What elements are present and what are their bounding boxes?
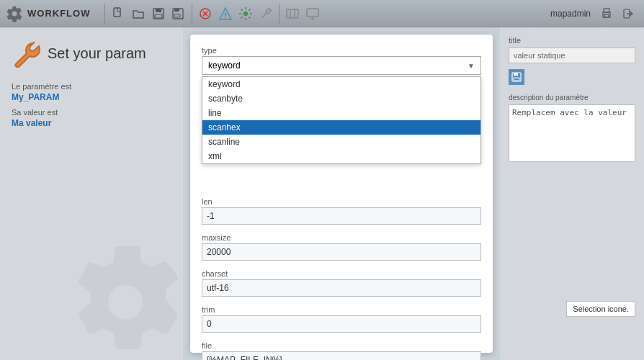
center-panel: type keyword ▼ keyword scanbyte line sca…	[190, 35, 493, 353]
open-icon	[131, 6, 146, 21]
svg-rect-22	[604, 9, 609, 12]
dropdown-option-scanline[interactable]: scanline	[202, 135, 480, 149]
type-label: type	[202, 46, 481, 55]
dropdown-option-scanbyte[interactable]: scanbyte	[202, 91, 480, 106]
param-label: Le paramètre est	[12, 82, 171, 91]
trim-label: trim	[202, 305, 481, 314]
toolbar-separator-2	[192, 4, 192, 24]
save-button[interactable]	[148, 4, 169, 24]
monitor-icon	[305, 6, 320, 21]
user-action-icons	[596, 4, 638, 24]
file-label: file	[202, 341, 481, 350]
right-panel: title description du paramètre Remplacem…	[500, 27, 644, 360]
type-dropdown-trigger[interactable]: keyword ▼	[202, 56, 481, 75]
save-icon	[151, 6, 166, 21]
svg-point-14	[243, 12, 248, 16]
main-content: Set your param Le paramètre est My_PARAM…	[0, 27, 644, 360]
tools-icon	[259, 6, 273, 21]
charset-input[interactable]	[202, 279, 481, 297]
dropdown-option-scanhex[interactable]: scanhex	[202, 120, 480, 135]
username: mapadmin	[550, 9, 591, 19]
value-label: Sa valeur est	[12, 108, 171, 117]
save-title-button[interactable]	[509, 69, 524, 85]
title-field-label: title	[509, 36, 635, 45]
maxsize-label: maxsize	[202, 233, 481, 242]
logout-icon	[622, 8, 634, 19]
validate-icon	[218, 6, 233, 21]
value-section: Sa valeur est Ma valeur	[12, 108, 171, 128]
export-icon	[285, 6, 300, 21]
left-panel: Set your param Le paramètre est My_PARAM…	[0, 27, 183, 360]
svg-text:+: +	[181, 15, 184, 21]
svg-rect-23	[604, 14, 609, 17]
len-input[interactable]	[202, 207, 481, 225]
print-icon	[601, 8, 612, 19]
svg-rect-18	[307, 9, 318, 17]
maxsize-field: maxsize	[202, 233, 481, 261]
dropdown-option-keyword[interactable]: keyword	[202, 77, 480, 91]
validate-button[interactable]	[215, 4, 236, 24]
svg-rect-3	[155, 14, 162, 18]
save-as-button[interactable]: +	[169, 4, 189, 24]
close-button[interactable]	[195, 4, 215, 24]
close-icon	[198, 6, 213, 21]
user-icon-2[interactable]	[618, 4, 638, 24]
toolbar-logo: WORKFLOW	[6, 5, 90, 22]
type-dropdown-list: keyword scanbyte line scanhex scanline x…	[202, 76, 481, 164]
dropdown-option-xml[interactable]: xml	[202, 149, 480, 163]
toolbar-separator-3	[279, 4, 279, 24]
toolbar-separator-1	[104, 4, 105, 24]
param-value: My_PARAM	[12, 92, 171, 102]
save-small-icon	[511, 72, 522, 82]
trim-input[interactable]	[202, 315, 481, 333]
new-icon	[111, 6, 125, 21]
param-label-section: Le paramètre est My_PARAM	[12, 82, 171, 102]
monitor-button[interactable]	[303, 4, 323, 24]
new-button[interactable]	[108, 4, 128, 24]
logo-gear-icon	[6, 5, 23, 22]
dropdown-wrapper: keyword ▼ keyword scanbyte line scanhex …	[202, 56, 481, 75]
charset-label: charset	[202, 269, 481, 278]
tools-button[interactable]	[256, 4, 276, 24]
dropdown-option-line[interactable]: line	[202, 106, 480, 120]
wrench-icon	[12, 39, 40, 68]
settings-button[interactable]	[236, 4, 256, 24]
set-param-title: Set your param	[48, 45, 146, 62]
svg-rect-15	[287, 9, 298, 18]
param-form: Le paramètre est My_PARAM Sa valeur est …	[12, 82, 171, 134]
user-icon-1[interactable]	[596, 4, 617, 24]
svg-rect-27	[514, 73, 518, 76]
export-button[interactable]	[282, 4, 303, 24]
app-title: WORKFLOW	[27, 8, 90, 19]
trim-field: trim	[202, 305, 481, 333]
selection-icone-button[interactable]: Selection icone.	[566, 301, 635, 317]
svg-rect-5	[174, 9, 179, 12]
toolbar: WORKFLOW +	[0, 0, 644, 27]
svg-point-13	[225, 17, 227, 18]
description-textarea[interactable]: Remplacem avec la valeur	[509, 104, 635, 162]
svg-rect-6	[174, 14, 180, 17]
maxsize-input[interactable]	[202, 243, 481, 261]
charset-field: charset	[202, 269, 481, 297]
set-param-header: Set your param	[12, 39, 171, 68]
len-label: len	[202, 197, 481, 206]
file-input[interactable]	[202, 351, 481, 360]
file-field: file	[202, 341, 481, 360]
svg-rect-2	[156, 9, 161, 12]
gear-watermark	[53, 230, 197, 360]
save-as-icon: +	[171, 6, 186, 21]
open-button[interactable]	[128, 4, 148, 24]
value-value: Ma valeur	[12, 118, 171, 128]
len-field: len	[202, 197, 481, 225]
dropdown-arrow-icon: ▼	[468, 62, 475, 70]
svg-rect-28	[514, 78, 519, 81]
settings-icon	[238, 6, 253, 21]
type-dropdown-container: type keyword ▼ keyword scanbyte line sca…	[202, 46, 481, 75]
type-dropdown-value: keyword	[208, 60, 241, 71]
description-label: description du paramètre	[509, 94, 635, 102]
title-input[interactable]	[509, 48, 635, 63]
